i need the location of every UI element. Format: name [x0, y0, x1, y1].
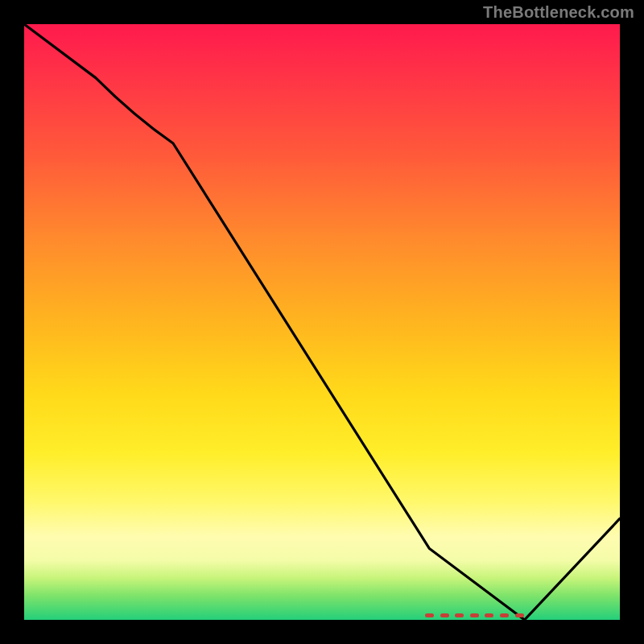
baseline-dash: [515, 613, 524, 617]
watermark-text: TheBottleneck.com: [483, 3, 634, 22]
chart-stage: TheBottleneck.com: [0, 0, 644, 644]
baseline-dash: [470, 613, 479, 617]
line-chart-svg: [24, 24, 620, 620]
baseline-dash: [440, 613, 449, 617]
baseline-dash: [500, 613, 509, 617]
baseline-dash: [485, 613, 493, 617]
bottleneck-curve: [24, 24, 620, 620]
plot-area: [24, 24, 620, 620]
baseline-dash: [455, 613, 464, 617]
baseline-dash: [425, 613, 434, 617]
